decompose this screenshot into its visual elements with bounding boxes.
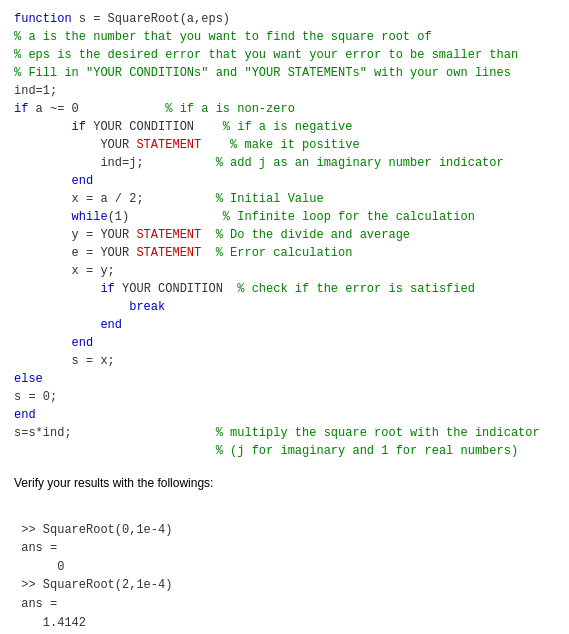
results-block: >> SquareRoot(0,1e-4) ans = 0 >> SquareR… [14,502,555,634]
code-block: function s = SquareRoot(a,eps) % a is th… [14,10,555,460]
verify-text: Verify your results with the followings: [14,474,555,492]
code-container: function s = SquareRoot(a,eps) % a is th… [14,10,555,460]
